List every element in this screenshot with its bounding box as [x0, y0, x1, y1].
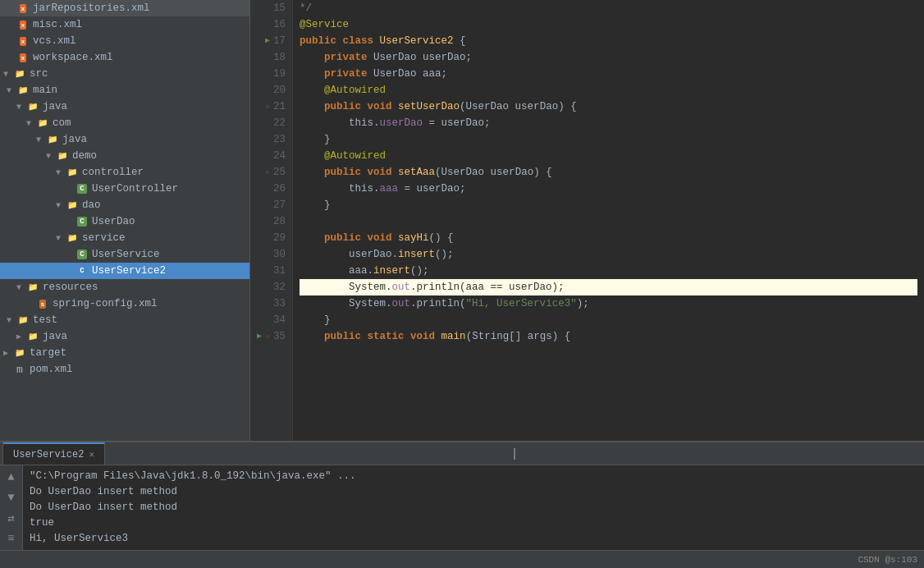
code-line [300, 213, 917, 230]
code-line: private UserDao userDao; [300, 49, 917, 66]
cursor-indicator [514, 448, 515, 460]
code-line: userDao.insert(); [300, 246, 917, 263]
folder-icon: 📁 [16, 84, 30, 97]
sidebar-item-main[interactable]: ▼ 📁 main [0, 82, 249, 98]
code-line: @Service [300, 16, 917, 33]
sidebar-item-pom[interactable]: m pom.xml [0, 361, 249, 378]
xml-icon: x [16, 18, 30, 31]
code-line: this.aaa = userDao; [300, 181, 917, 197]
xml-icon: x [16, 34, 30, 48]
tab-close-icon[interactable]: ✕ [89, 449, 94, 460]
sidebar-item-java[interactable]: ▼ 📁 java [0, 98, 249, 115]
console-output: "C:\Program Files\Java\jdk1.8.0_192\bin\… [23, 465, 924, 550]
sidebar-item-vcs[interactable]: x vcs.xml [0, 33, 249, 49]
code-line: aaa.insert(); [300, 263, 917, 279]
sidebar-item-java2[interactable]: ▼ 📁 java [0, 131, 249, 148]
code-line: this.userDao = userDao; [300, 115, 917, 131]
code-editor: 15 16 ▶17 18 19 20 ⬦21 22 23 24 [250, 0, 924, 441]
sidebar-item-userservice[interactable]: C UserService [0, 246, 249, 263]
sidebar-item-demo[interactable]: ▼ 📁 demo [0, 148, 249, 164]
sidebar-item-usercontroller[interactable]: C UserController [0, 181, 249, 197]
class-icon: C [75, 264, 89, 277]
console-line: Do UserDao insert method [30, 484, 917, 500]
code-line: public static void main(String[] args) { [300, 328, 917, 345]
folder-icon: 📁 [66, 166, 79, 179]
console-line: "C:\Program Files\Java\jdk1.8.0_192\bin\… [30, 469, 917, 484]
sidebar-item-target[interactable]: ▶ 📁 target [0, 345, 249, 361]
filter-button[interactable]: ≡ [2, 531, 21, 547]
code-line: @Autowired [300, 82, 917, 98]
xml-icon: x [16, 51, 30, 64]
folder-icon: 📁 [26, 330, 39, 343]
code-line: public void sayHi() { [300, 230, 917, 246]
scroll-up-button[interactable]: ▲ [2, 469, 21, 484]
sidebar-item-controller[interactable]: ▼ 📁 controller [0, 164, 249, 181]
xml-icon: s [36, 297, 49, 310]
class-icon: C [75, 248, 89, 261]
sidebar-item-misc[interactable]: x misc.xml [0, 16, 249, 33]
code-line: public void setUserDao(UserDao userDao) … [300, 98, 917, 115]
class-icon: C [75, 182, 89, 195]
sidebar-item-dao[interactable]: ▼ 📁 dao [0, 197, 249, 213]
code-line: */ [300, 0, 917, 16]
folder-icon: 📁 [26, 100, 39, 113]
folder-icon: 📁 [13, 67, 26, 80]
run-toolbar: ▲ ▼ ⇄ ≡ [0, 465, 23, 550]
code-line: public void setAaa(UserDao userDao) { [300, 164, 917, 181]
folder-icon: 📁 [56, 149, 69, 163]
sidebar-item-userservice2[interactable]: C UserService2 [0, 263, 249, 279]
folder-icon: 📁 [16, 314, 30, 327]
run-tab-label: UserService2 [13, 449, 84, 460]
sidebar-item-src[interactable]: ▼ 📁 src [0, 66, 249, 82]
folder-icon: 📁 [66, 231, 79, 245]
sidebar-item-jarrepositories[interactable]: x jarRepositories.xml [0, 0, 249, 16]
folder-icon: 📁 [66, 199, 79, 212]
bottom-tabs: UserService2 ✕ [0, 442, 924, 465]
code-line: } [300, 197, 917, 213]
sidebar-item-spring-config[interactable]: s spring-config.xml [0, 295, 249, 312]
file-tree: x jarRepositories.xml x misc.xml x vcs.x… [0, 0, 250, 441]
sidebar-item-service[interactable]: ▼ 📁 service [0, 230, 249, 246]
sidebar-item-workspace[interactable]: x workspace.xml [0, 49, 249, 66]
code-line: private UserDao aaa; [300, 66, 917, 82]
sidebar-item-resources[interactable]: ▼ 📁 resources [0, 279, 249, 295]
folder-icon: 📁 [13, 346, 26, 360]
folder-icon: 📁 [46, 133, 59, 146]
scroll-down-button[interactable]: ▼ [2, 489, 21, 505]
status-text: CSDN @s:103 [858, 555, 917, 565]
cursor-area [105, 448, 924, 460]
code-line-highlighted: System.out.println(aaa == userDao); [300, 279, 917, 295]
xml-icon: x [16, 2, 30, 15]
console-line: Do UserDao insert method [30, 500, 917, 515]
wrap-button[interactable]: ⇄ [2, 511, 21, 526]
folder-icon: 📁 [36, 117, 49, 130]
code-line: @Autowired [300, 148, 917, 164]
sidebar-item-com[interactable]: ▼ 📁 com [0, 115, 249, 131]
class-icon: C [75, 215, 89, 228]
sidebar-item-test[interactable]: ▼ 📁 test [0, 312, 249, 328]
code-line: } [300, 131, 917, 148]
code-content: */ @Service public class UserService2 { … [293, 0, 924, 441]
bottom-panel: UserService2 ✕ ▲ ▼ ⇄ ≡ "C:\Program Files… [0, 441, 924, 568]
code-line: public class UserService2 { [300, 33, 917, 49]
console-line: Hi, UserService3 [30, 531, 917, 547]
line-numbers: 15 16 ▶17 18 19 20 ⬦21 22 23 24 [250, 0, 293, 441]
code-line: System.out.println("Hi, UserService3"); [300, 295, 917, 312]
sidebar-item-java-test[interactable]: ▶ 📁 java [0, 328, 249, 345]
maven-icon: m [13, 363, 26, 376]
sidebar-item-userdao[interactable]: C UserDao [0, 213, 249, 230]
run-tab[interactable]: UserService2 ✕ [3, 442, 105, 465]
console-line: true [30, 515, 917, 531]
status-bar: CSDN @s:103 [0, 550, 924, 568]
bottom-body: ▲ ▼ ⇄ ≡ "C:\Program Files\Java\jdk1.8.0_… [0, 465, 924, 550]
code-line: } [300, 312, 917, 328]
folder-icon: 📁 [26, 281, 39, 294]
